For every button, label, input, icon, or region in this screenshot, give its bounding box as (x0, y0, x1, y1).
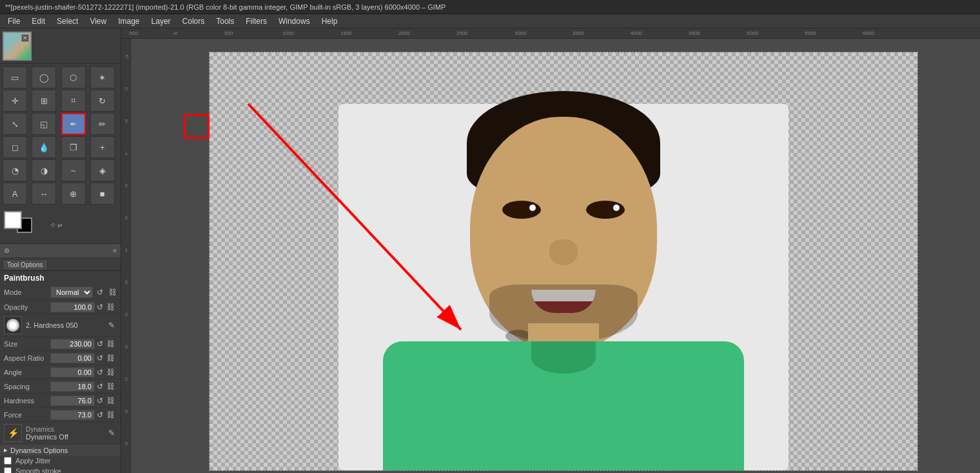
tool-fuzzy-select[interactable]: ✶ (90, 66, 115, 88)
tool-dodge[interactable]: ◔ (3, 159, 27, 181)
shirt (383, 341, 744, 470)
tool-name: Paintbrush (0, 271, 121, 285)
menu-colors[interactable]: Colors (177, 15, 210, 27)
svg-text:1: 1 (125, 248, 128, 252)
angle-input[interactable] (50, 367, 95, 377)
menu-windows[interactable]: Windows (273, 15, 315, 27)
dynamics-value: Dynamics Off (26, 433, 103, 441)
force-label: Force (4, 411, 50, 419)
tool-rotate[interactable]: ↻ (90, 90, 115, 112)
mode-reset[interactable]: ↺ (95, 287, 105, 297)
force-chain[interactable]: ⛓ (105, 410, 117, 420)
tool-smudge[interactable]: ~ (61, 159, 86, 181)
spacing-chain[interactable]: ⛓ (105, 381, 117, 392)
brush-name: 2. Hardness 050 (26, 321, 103, 329)
aspect-row: Aspect Ratio ↺ ⛓ (0, 351, 121, 365)
tool-eraser[interactable]: ◻ (3, 136, 27, 158)
mode-label: Mode (4, 288, 50, 296)
aspect-reset[interactable]: ↺ (95, 353, 105, 363)
canvas-inner (209, 52, 918, 471)
tool-color-picker[interactable]: ■ (90, 183, 115, 205)
size-row: Size ↺ ⛓ (0, 337, 121, 351)
dynamics-edit[interactable]: ✎ (106, 428, 117, 438)
menu-layer[interactable]: Layer (146, 15, 176, 27)
svg-text:0: 0 (125, 183, 128, 188)
tool-crop[interactable]: ⌗ (61, 90, 86, 112)
smooth-stroke-checkbox[interactable] (4, 467, 12, 473)
tool-align[interactable]: ⊞ (32, 90, 56, 112)
image-content (210, 52, 917, 470)
apply-jitter-checkbox[interactable] (4, 457, 12, 465)
mode-chain[interactable]: ⛓ (107, 287, 119, 297)
main-layout: ✕ ▭◯⬡✶✛⊞⌗↻⤡◱✒✏◻💧❐+◔◑~◈A↔⊕■ ⟲ ⇄ ⚙ ≡ Tool … (0, 28, 980, 473)
tool-rect-select[interactable]: ▭ (3, 66, 27, 88)
tool-airbrush[interactable]: 💧 (32, 136, 56, 158)
menu-filters[interactable]: Filters (240, 15, 272, 27)
dynamics-icon[interactable]: ⚡ (4, 424, 22, 442)
size-reset[interactable]: ↺ (95, 339, 105, 349)
opacity-input[interactable] (50, 302, 95, 312)
aspect-input[interactable] (50, 353, 95, 363)
opacity-reset[interactable]: ↺ (95, 302, 105, 312)
size-input[interactable] (50, 339, 95, 349)
svg-text:1: 1 (125, 151, 128, 156)
toolbox: ▭◯⬡✶✛⊞⌗↻⤡◱✒✏◻💧❐+◔◑~◈A↔⊕■ (0, 64, 121, 207)
tool-ellipse-select[interactable]: ◯ (32, 66, 56, 88)
force-input[interactable] (50, 410, 95, 420)
image-thumbnail[interactable]: ✕ (3, 32, 32, 61)
tool-heal[interactable]: + (90, 136, 115, 158)
tab-tool-options[interactable]: Tool Options (3, 259, 48, 270)
menu-file[interactable]: File (3, 15, 25, 27)
angle-row: Angle ↺ ⛓ (0, 365, 121, 379)
tattoo (505, 330, 531, 343)
svg-text:0: 0 (125, 86, 128, 91)
tool-zoom[interactable]: ⊕ (61, 183, 86, 205)
brush-preview[interactable] (4, 316, 22, 334)
menu-image[interactable]: Image (113, 15, 144, 27)
canvas-container[interactable] (132, 39, 980, 473)
spacing-input[interactable] (50, 381, 95, 392)
foreground-color[interactable] (4, 211, 22, 229)
svg-text:5: 5 (125, 280, 128, 285)
tool-measure[interactable]: ↔ (32, 183, 56, 205)
tool-pencil[interactable]: ✏ (90, 113, 115, 135)
tool-free-select[interactable]: ⬡ (61, 66, 86, 88)
menu-view[interactable]: View (84, 15, 112, 27)
hardness-input[interactable] (50, 396, 95, 406)
menu-help[interactable]: Help (317, 15, 343, 27)
tool-burn[interactable]: ◑ (32, 159, 56, 181)
svg-text:0: 0 (125, 216, 128, 220)
spacing-reset[interactable]: ↺ (95, 381, 105, 392)
tool-scale[interactable]: ⤡ (3, 113, 27, 135)
tool-clone[interactable]: ❐ (61, 136, 86, 158)
tool-convolve[interactable]: ◈ (90, 159, 115, 181)
opacity-chain[interactable]: ⛓ (105, 302, 117, 312)
hardness-reset[interactable]: ↺ (95, 396, 105, 406)
eye-left-highlight (529, 205, 536, 211)
svg-text:4000: 4000 (631, 30, 642, 36)
svg-text:3000: 3000 (514, 30, 526, 36)
svg-rect-0 (121, 28, 980, 39)
dynamics-options-header[interactable]: ▸ Dynamics Options (0, 445, 121, 456)
tool-paintbrush[interactable]: ✒ (61, 113, 86, 135)
hardness-chain[interactable]: ⛓ (105, 396, 117, 406)
menu-select[interactable]: Select (52, 15, 83, 27)
menu-tools[interactable]: Tools (211, 15, 239, 27)
angle-reset[interactable]: ↺ (95, 367, 105, 377)
menu-edit[interactable]: Edit (26, 15, 50, 27)
angle-chain[interactable]: ⛓ (105, 367, 117, 377)
force-reset[interactable]: ↺ (95, 410, 105, 420)
tool-image-area: ✕ (0, 28, 121, 64)
tool-text[interactable]: A (3, 183, 27, 205)
opacity-label: Opacity (4, 303, 50, 311)
tool-options-panel: ⚙ ≡ Tool Options Paintbrush Mode Normal … (0, 243, 121, 473)
ruler-top: -500 -0 500 1000 1500 2000 2500 3000 350… (121, 28, 980, 39)
aspect-chain[interactable]: ⛓ (105, 353, 117, 363)
tool-options-header: ⚙ ≡ (0, 244, 121, 258)
tool-shear[interactable]: ◱ (32, 113, 56, 135)
tool-move[interactable]: ✛ (3, 90, 27, 112)
mode-select[interactable]: Normal (50, 287, 93, 298)
size-chain[interactable]: ⛓ (105, 339, 117, 349)
canvas-area[interactable]: -500 -0 500 1000 1500 2000 2500 3000 350… (121, 28, 980, 473)
brush-edit[interactable]: ✎ (106, 320, 117, 330)
